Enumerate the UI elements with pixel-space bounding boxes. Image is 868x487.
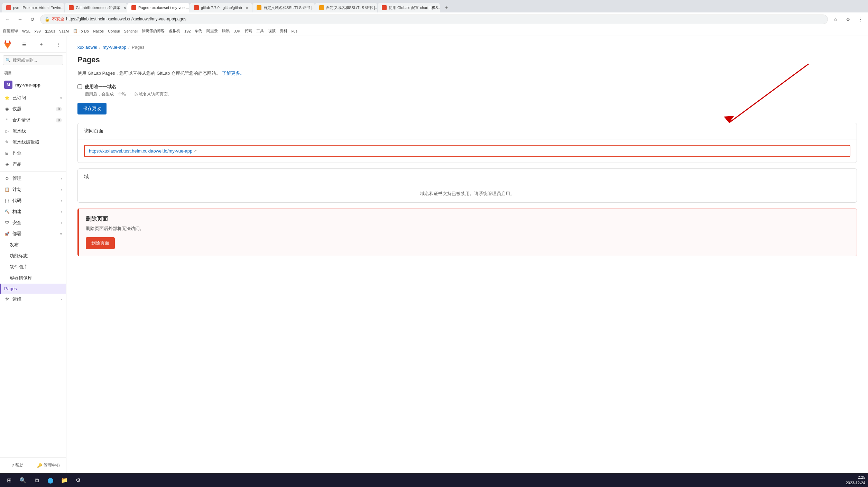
sidebar-item-build[interactable]: 🔨 构建 › [0, 206, 66, 217]
tab-gitlab[interactable]: gitlab 7.7.0 · gitlab/gitlab ✕ [190, 3, 252, 12]
dots-menu-button[interactable]: ⋮ [53, 39, 63, 49]
sidebar-item-issues[interactable]: ◉ 议题 0 [0, 103, 66, 114]
tab-gitlab-kb[interactable]: GitLab/Kubernetes 知识库 ✕ [65, 3, 127, 12]
subscribed-label: 已订阅 [12, 95, 57, 101]
bookmark-tools[interactable]: 工具 [256, 28, 264, 34]
subscribed-icon: ⭐ [4, 95, 10, 101]
bookmark-tencent[interactable]: 腾讯 [222, 28, 230, 34]
bookmarks-bar: 百度翻译 WSL x99 g150s 911M 📋 To Do Nacos Co… [0, 26, 868, 36]
address-bar[interactable]: 🔓 不安全 https://gitlab.test.helm.xuxiaowei… [40, 15, 828, 24]
tab-custom1[interactable]: 自定义域名和SSL/TLS 证书 |... ✕ [252, 3, 315, 12]
bookmark-aliyun[interactable]: 阿里云 [206, 28, 218, 34]
domain-disabled-message: 域名和证书支持已被禁用。请系统管理员启用。 [78, 185, 857, 202]
visit-page-card: 访问页面 https://xuxiaowei.test.helm.xuxiaow… [77, 123, 857, 163]
visit-page-card-body: https://xuxiaowei.test.helm.xuxiaowei.io… [78, 139, 857, 163]
bookmark-wsl[interactable]: WSL [22, 29, 30, 33]
sidebar-item-plan[interactable]: 📋 计划 › [0, 184, 66, 195]
breadcrumb-my-vue-app[interactable]: my-vue-app [103, 45, 127, 50]
sidebar-item-deploy[interactable]: 🚀 部署 ▾ [0, 228, 66, 239]
bookmark-vm[interactable]: 虚拟机 [169, 28, 180, 34]
build-icon: 🔨 [4, 209, 10, 214]
admin-center-button[interactable]: 🔑 管理中心 [34, 460, 64, 470]
subscribed-chevron: ▾ [60, 96, 62, 100]
visit-url-link[interactable]: https://xuxiaowei.test.helm.xuxiaowei.io… [89, 148, 192, 154]
sidebar-item-subscribed[interactable]: ⭐ 已订阅 ▾ [0, 92, 66, 103]
sidebar-item-releases[interactable]: 发布 [0, 239, 66, 250]
new-item-button[interactable]: ＋ [36, 39, 46, 49]
sidebar-collapse-button[interactable]: ☰ [19, 39, 29, 49]
bookmark-baidu[interactable]: 百度翻译 [3, 28, 18, 34]
tab-pve[interactable]: pve - Proxmox Virtual Enviro... ✕ [2, 3, 64, 12]
search-taskbar-button[interactable]: 🔍 [17, 474, 29, 487]
bookmark-k8s[interactable]: k8s [292, 29, 297, 33]
explorer-button[interactable]: 📁 [58, 474, 71, 487]
help-button[interactable]: ? 帮助 [3, 460, 33, 470]
tab-pve-label: pve - Proxmox Virtual Enviro... [13, 6, 64, 10]
bookmark-x99[interactable]: x99 [35, 29, 41, 33]
build-chevron: › [61, 210, 62, 214]
sidebar-footer: ? 帮助 🔑 管理中心 [0, 457, 66, 473]
extensions-button[interactable]: ⚙ [843, 15, 853, 24]
sidebar-item-packages[interactable]: 软件包库 [0, 261, 66, 273]
issues-icon: ◉ [4, 106, 10, 112]
gitlab-favicon [194, 5, 199, 10]
refresh-button[interactable]: ↺ [28, 15, 37, 24]
learn-more-link[interactable]: 了解更多。 [222, 71, 244, 76]
sidebar-item-jobs[interactable]: ⊟ 作业 [0, 148, 66, 159]
releases-label: 发布 [10, 242, 62, 248]
settings-button[interactable]: ⚙ [72, 474, 84, 487]
sidebar-item-products[interactable]: ◈ 产品 [0, 159, 66, 170]
tab-pages[interactable]: Pages · xuxiaowei / my-vue-... ✕ [127, 3, 190, 12]
pve-favicon [6, 5, 11, 10]
tab-gitlab-kb-label: GitLab/Kubernetes 知识库 [76, 5, 120, 10]
breadcrumb-xuxiaowei[interactable]: xuxiaowei [77, 45, 97, 50]
sidebar-item-feature-flags[interactable]: 功能标志 [0, 250, 66, 261]
bookmark-jjk[interactable]: JJK [234, 29, 240, 33]
sidebar-item-pages[interactable]: Pages [0, 284, 66, 294]
save-button[interactable]: 保存更改 [77, 103, 107, 114]
sidebar-item-pipelines[interactable]: ▷ 流水线 [0, 126, 66, 137]
tab-globals[interactable]: 使用 Globals 配置 chart | 极S... ✕ [378, 3, 440, 12]
bookmark-911m[interactable]: 911M [59, 29, 69, 33]
sidebar-item-pipeline-editor[interactable]: ✎ 流水线编辑器 [0, 137, 66, 148]
search-input[interactable] [3, 55, 63, 65]
sidebar-item-container-registry[interactable]: 容器镜像库 [0, 273, 66, 284]
bookmark-g150s[interactable]: g150s [45, 29, 55, 33]
menu-button[interactable]: ⋮ [856, 15, 865, 24]
nav-bar: ← → ↺ 🔓 不安全 https://gitlab.test.helm.xux… [0, 12, 868, 26]
bookmark-huawei[interactable]: 华为 [195, 28, 202, 34]
sidebar-top: ☰ ＋ ⋮ [0, 36, 66, 53]
sidebar-item-ops[interactable]: ⚒ 运维 › [0, 294, 66, 305]
bookmark-sentinel[interactable]: Sentinel [124, 29, 138, 33]
sidebar-item-code[interactable]: { } 代码 › [0, 195, 66, 206]
task-view-button[interactable]: ⧉ [30, 474, 43, 487]
sidebar-project-header[interactable]: M my-vue-app [0, 77, 66, 92]
new-tab-button[interactable]: ＋ [442, 3, 451, 12]
tab-custom2[interactable]: 自定义域名和SSL/TLS 证书 |... ✕ [315, 3, 377, 12]
start-button[interactable]: ⊞ [3, 474, 15, 487]
tab-gitlab-kb-close[interactable]: ✕ [122, 5, 127, 10]
bookmark-code[interactable]: 代码 [244, 28, 252, 34]
bookmark-todo[interactable]: 📋 To Do [73, 29, 89, 33]
bookmark-blog[interactable]: 徐晓伟的博客 [142, 28, 165, 34]
bookmark-consul[interactable]: Consul [108, 29, 120, 33]
ops-chevron: › [61, 297, 62, 301]
gitlab-logo [3, 39, 12, 49]
bookmark-nacos[interactable]: Nacos [93, 29, 104, 33]
sidebar-item-merge-requests[interactable]: ⑂ 合并请求 0 [0, 114, 66, 126]
forward-button[interactable]: → [15, 15, 25, 24]
delete-pages-button[interactable]: 删除页面 [86, 237, 115, 249]
bookmark-star[interactable]: ☆ [831, 15, 840, 24]
edge-button[interactable]: ⬤ [44, 474, 57, 487]
breadcrumb-sep-1: / [99, 45, 101, 50]
pipelines-icon: ▷ [4, 128, 10, 134]
sidebar-item-security[interactable]: 🛡 安全 › [0, 217, 66, 228]
sidebar-item-manage[interactable]: ⚙ 管理 › [0, 173, 66, 184]
unique-domain-checkbox[interactable] [77, 84, 82, 89]
back-button[interactable]: ← [3, 15, 12, 24]
bookmark-192[interactable]: 192 [184, 29, 191, 33]
bookmark-docs[interactable]: 资料 [280, 28, 287, 34]
bookmark-video[interactable]: 视频 [268, 28, 276, 34]
merge-requests-icon: ⑂ [4, 117, 10, 123]
tab-gitlab-close[interactable]: ✕ [244, 5, 250, 10]
